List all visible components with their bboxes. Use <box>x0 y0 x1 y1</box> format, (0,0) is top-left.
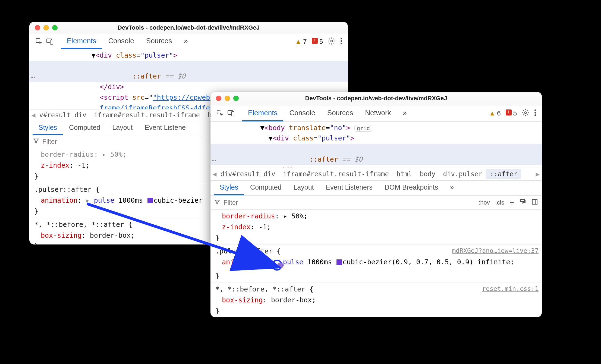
zoom-window-icon[interactable] <box>52 25 58 30</box>
traffic-lights <box>216 96 239 101</box>
svg-point-7 <box>341 40 342 42</box>
minimize-window-icon[interactable] <box>225 96 230 101</box>
styles-paint-icon[interactable] <box>520 199 526 207</box>
zoom-window-icon[interactable] <box>233 96 239 101</box>
tab-sources[interactable]: Sources <box>140 34 178 49</box>
source-link[interactable]: mdRXGeJ?ano…iew=live:37 <box>452 246 539 256</box>
breadcrumb-item[interactable]: iframe#result.result-iframe <box>279 169 393 179</box>
breadcrumb-item[interactable]: div#result_div <box>216 169 279 179</box>
dom-node-selected[interactable]: ⋯ ::after == $0 <box>210 144 542 165</box>
style-rule[interactable]: mdRXGeJ?ano…iew=live:37 .pulser::after {… <box>210 245 542 283</box>
tabs-overflow[interactable]: » <box>178 34 194 49</box>
errors-badge[interactable]: ! 5 <box>312 38 323 45</box>
subtab-computed[interactable]: Computed <box>63 121 106 135</box>
device-toggle-icon[interactable] <box>46 37 54 46</box>
tab-console[interactable]: Console <box>102 34 140 49</box>
cls-toggle[interactable]: .cls <box>495 199 504 206</box>
grid-badge[interactable]: grid <box>354 125 372 132</box>
styles-panel[interactable]: border-radius: ▸ 50%; z-index: -1; } mdR… <box>210 210 542 317</box>
filter-input[interactable] <box>224 199 475 206</box>
inspect-element-icon[interactable] <box>35 37 43 46</box>
dom-node[interactable]: </div> <box>29 82 348 92</box>
tab-sources[interactable]: Sources <box>321 105 359 121</box>
inspect-element-icon[interactable] <box>216 109 225 118</box>
window-title: DevTools - codepen.io/web-dot-dev/live/m… <box>35 24 342 31</box>
close-window-icon[interactable] <box>216 96 221 101</box>
source-link[interactable]: reset.min.css:1 <box>482 284 539 294</box>
style-rule[interactable]: border-radius: ▸ 50%; z-index: -1; } <box>210 210 542 245</box>
subtab-event-listeners[interactable]: Event Listene <box>139 121 192 135</box>
window-title: DevTools - codepen.io/web-dot-dev/live/m… <box>216 95 536 102</box>
dom-node-selected[interactable]: ⋯ ::after == $0 <box>29 61 348 82</box>
breadcrumb-item[interactable]: iframe#result.result-iframe <box>90 110 204 120</box>
breadcrumb[interactable]: ◀ div#result_div iframe#result.result-if… <box>210 168 542 181</box>
errors-count: 5 <box>319 38 323 45</box>
dom-node[interactable]: ▼<div class="pulser"> <box>29 50 348 61</box>
titlebar: DevTools - codepen.io/web-dot-dev/live/m… <box>210 92 542 105</box>
filter-actions: :hov .cls + <box>479 198 538 207</box>
new-style-rule-icon[interactable]: + <box>510 198 514 207</box>
subtab-styles[interactable]: Styles <box>214 181 244 196</box>
easing-swatch-icon[interactable] <box>336 259 342 265</box>
errors-badge[interactable]: ! 5 <box>506 109 517 117</box>
breadcrumb-scroll-left-icon[interactable]: ◀ <box>32 111 35 119</box>
filter-icon <box>214 199 220 206</box>
devtools-window-front: DevTools - codepen.io/web-dot-dev/live/m… <box>210 92 542 317</box>
svg-rect-18 <box>521 199 524 202</box>
svg-point-17 <box>534 114 536 116</box>
breadcrumb-item[interactable]: div.pulser <box>439 169 486 179</box>
dom-node[interactable]: ▼<body translate="no"> grid <box>210 123 542 133</box>
minimize-window-icon[interactable] <box>43 25 49 30</box>
ellipsis-icon[interactable]: ⋯ <box>212 154 217 166</box>
dom-node[interactable]: </div> <box>210 165 542 168</box>
warnings-badge[interactable]: ▲ 7 <box>295 38 307 45</box>
warning-icon: ▲ <box>489 109 496 117</box>
settings-icon[interactable] <box>522 109 529 118</box>
computed-pane-icon[interactable] <box>531 199 538 207</box>
style-rule[interactable]: reset.min.css:1 *, *::before, *::after {… <box>210 283 542 317</box>
animation-editor-icon[interactable]: ⬤⬤ <box>272 260 282 271</box>
tab-elements[interactable]: Elements <box>61 34 102 49</box>
main-toolbar: Elements Console Sources » ▲ 7 ! 5 <box>29 34 348 49</box>
warnings-count: 6 <box>497 109 501 117</box>
dom-tree[interactable]: ▼<body translate="no"> grid ▼<div class=… <box>210 122 542 168</box>
titlebar: DevTools - codepen.io/web-dot-dev/live/m… <box>29 22 348 34</box>
ellipsis-icon[interactable]: ⋯ <box>30 71 36 83</box>
errors-count: 5 <box>513 109 517 117</box>
breadcrumb-item[interactable]: v#result_div <box>35 110 90 120</box>
tab-console[interactable]: Console <box>283 105 321 121</box>
svg-point-14 <box>525 112 527 114</box>
error-icon: ! <box>312 38 318 45</box>
subtabs-overflow[interactable]: » <box>444 181 460 196</box>
dom-node[interactable]: ▼<div class="pulser"> <box>210 133 542 144</box>
tab-network[interactable]: Network <box>359 105 397 121</box>
close-window-icon[interactable] <box>35 25 40 30</box>
svg-point-8 <box>341 43 342 44</box>
settings-icon[interactable] <box>328 37 335 46</box>
subtab-dom-breakpoints[interactable]: DOM Breakpoints <box>379 181 444 196</box>
tab-elements[interactable]: Elements <box>242 105 283 121</box>
breadcrumb-item[interactable]: html <box>393 169 416 179</box>
hov-toggle[interactable]: :hov <box>479 199 490 206</box>
more-menu-icon[interactable] <box>534 109 536 118</box>
subtab-computed[interactable]: Computed <box>244 181 287 196</box>
traffic-lights <box>35 25 58 30</box>
subtab-event-listeners[interactable]: Event Listeners <box>320 181 379 196</box>
warnings-count: 7 <box>303 38 307 45</box>
svg-point-15 <box>534 109 536 111</box>
more-menu-icon[interactable] <box>340 37 342 46</box>
breadcrumb-scroll-left-icon[interactable]: ◀ <box>213 170 216 178</box>
svg-point-5 <box>331 40 333 42</box>
device-toggle-icon[interactable] <box>227 109 235 118</box>
subtab-layout[interactable]: Layout <box>287 181 320 196</box>
breadcrumb-item-active[interactable]: ::after <box>486 169 521 179</box>
easing-swatch-icon[interactable] <box>147 198 153 203</box>
breadcrumb-item[interactable]: body <box>416 169 439 179</box>
subtab-styles[interactable]: Styles <box>33 121 63 135</box>
main-tabs: Elements Console Sources » <box>61 34 293 49</box>
warnings-badge[interactable]: ▲ 6 <box>489 109 501 117</box>
svg-text:!: ! <box>508 110 509 115</box>
subtab-layout[interactable]: Layout <box>106 121 139 135</box>
breadcrumb-scroll-right-icon[interactable]: ▶ <box>536 170 540 178</box>
tabs-overflow[interactable]: » <box>397 105 413 121</box>
